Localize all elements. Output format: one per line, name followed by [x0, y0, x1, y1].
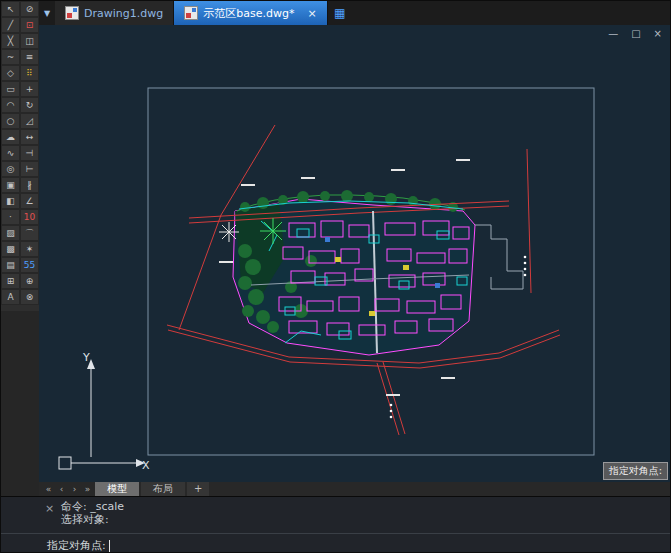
insert-block-tool-button[interactable]: ▣ — [1, 177, 20, 193]
explode-tool-button[interactable]: ✶ — [20, 241, 39, 257]
doc-tab-base-active[interactable]: 示范区base.dwg* × — [174, 1, 327, 25]
command-close-icon[interactable]: × — [45, 502, 54, 515]
minimize-icon[interactable]: — — [608, 29, 618, 39]
polyline-tool-button[interactable]: ~ — [1, 49, 20, 65]
scale-tool-button[interactable]: ◿ — [20, 113, 39, 129]
doc-tab-label: Drawing1.dwg — [84, 7, 163, 20]
dwg-file-icon — [65, 6, 79, 20]
cursor-tooltip: 指定对角点: — [603, 462, 668, 480]
make-block-tool-button[interactable]: ◧ — [1, 193, 20, 209]
left-toolbar: ↖╱╳~◇▭◠○☁∿◎▣◧·▨▩▤⊞A⊘⊡◫≡⠿+↻◿↔⊣⊢∦∠10⌒✶55⊕⊗ — [1, 1, 39, 311]
chamfer-tool-button[interactable]: ∠ — [20, 193, 39, 209]
ungroup-tool-button[interactable]: ⊗ — [20, 289, 39, 305]
array-tool-button[interactable]: ⠿ — [20, 65, 39, 81]
next-tab-icon[interactable]: › — [69, 482, 80, 496]
last-tab-icon[interactable]: » — [82, 482, 93, 496]
command-history: 命令: _scale 选择对象: — [1, 497, 670, 526]
document-tabbar: ▼ Drawing1.dwg 示范区base.dwg* × ▦ — [39, 1, 670, 25]
tab-model[interactable]: 模型 — [95, 482, 139, 496]
gradient-tool-button[interactable]: ▩ — [1, 241, 20, 257]
trim-tool-button[interactable]: ⊣ — [20, 145, 39, 161]
circle-tool-button[interactable]: ○ — [1, 113, 20, 129]
close-tab-icon[interactable]: × — [307, 7, 316, 20]
command-line: 命令: _scale — [61, 500, 670, 513]
spline-tool-button[interactable]: ∿ — [1, 145, 20, 161]
construction-line-tool-button[interactable]: ╳ — [1, 33, 20, 49]
dim-style-tool-button[interactable]: 10 — [20, 209, 39, 225]
drawing-canvas[interactable]: Y X — □ × 指定对角点: — [39, 25, 671, 482]
stretch-tool-button[interactable]: ↔ — [20, 129, 39, 145]
mirror-tool-button[interactable]: ◫ — [20, 33, 39, 49]
arc-tool-button[interactable]: ◠ — [1, 97, 20, 113]
tab-layout[interactable]: 布局 — [141, 482, 185, 496]
prev-tab-icon[interactable]: ‹ — [56, 482, 67, 496]
first-tab-icon[interactable]: « — [43, 482, 54, 496]
text-caret — [109, 540, 110, 552]
rectangle-tool-button[interactable]: ▭ — [1, 81, 20, 97]
group-tool-button[interactable]: ⊕ — [20, 273, 39, 289]
point-tool-button[interactable]: · — [1, 209, 20, 225]
layer-55-tool-button[interactable]: 55 — [20, 257, 39, 273]
rotate-tool-button[interactable]: ↻ — [20, 97, 39, 113]
command-input[interactable]: 指定对角点: — [1, 533, 670, 553]
offset-tool-button[interactable]: ≡ — [20, 49, 39, 65]
break-tool-button[interactable]: ∦ — [20, 177, 39, 193]
polygon-tool-button[interactable]: ◇ — [1, 65, 20, 81]
dwg-file-icon — [184, 6, 198, 20]
doc-tab-drawing1[interactable]: Drawing1.dwg — [55, 1, 174, 25]
table-tool-button[interactable]: ⊞ — [1, 273, 20, 289]
layout-tab-bar: « ‹ › » 模型 布局 + — [39, 482, 670, 496]
cad-application-window: ↖╱╳~◇▭◠○☁∿◎▣◧·▨▩▤⊞A⊘⊡◫≡⠿+↻◿↔⊣⊢∦∠10⌒✶55⊕⊗… — [0, 0, 671, 553]
command-line: 选择对象: — [61, 513, 670, 526]
doc-tab-label: 示范区base.dwg* — [203, 6, 294, 21]
new-drawing-icon[interactable]: ▦ — [328, 1, 352, 25]
select-tool-button[interactable]: ↖ — [1, 1, 20, 17]
restore-icon[interactable]: □ — [631, 29, 640, 39]
add-layout-button[interactable]: + — [187, 482, 209, 496]
hatch-tool-button[interactable]: ▨ — [1, 225, 20, 241]
copy-tool-button[interactable]: ⊡ — [20, 17, 39, 33]
close-icon[interactable]: × — [654, 29, 662, 39]
site-plan-drawing — [39, 25, 671, 482]
ellipse-tool-button[interactable]: ◎ — [1, 161, 20, 177]
extend-tool-button[interactable]: ⊢ — [20, 161, 39, 177]
fillet-tool-button[interactable]: ⌒ — [20, 225, 39, 241]
text-tool-button[interactable]: A — [1, 289, 20, 305]
erase-tool-button[interactable]: ⊘ — [20, 1, 39, 17]
window-controls: — □ × — [608, 29, 662, 39]
line-tool-button[interactable]: ╱ — [1, 17, 20, 33]
command-prompt: 指定对角点: — [47, 539, 106, 552]
region-tool-button[interactable]: ▤ — [1, 257, 20, 273]
revision-cloud-tool-button[interactable]: ☁ — [1, 129, 20, 145]
command-panel: × 命令: _scale 选择对象: 指定对角点: — [1, 496, 670, 553]
move-tool-button[interactable]: + — [20, 81, 39, 97]
tab-list-dropdown-icon[interactable]: ▼ — [39, 1, 55, 25]
